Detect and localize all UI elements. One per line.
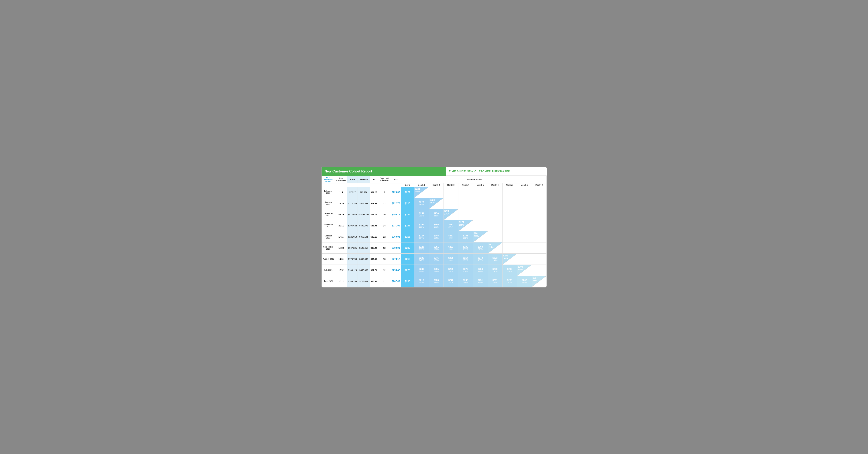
table-row: September 20211,738$167,225$526,457$96.2… xyxy=(321,242,547,253)
td-cohort-month7 xyxy=(502,209,517,220)
td-spend: $175,758 xyxy=(347,253,358,264)
th-ltv: LTV xyxy=(391,176,401,183)
td-cac: $87.71 xyxy=(370,264,378,276)
th-month1: Month 1 xyxy=(414,183,429,187)
th-month4: Month 4 xyxy=(458,183,473,187)
td-cohort-month7: $293 234% xyxy=(502,264,517,276)
td-cohort-month9 xyxy=(532,209,547,220)
table-row: October 20211,415$121,913$369,191$86.161… xyxy=(321,231,547,242)
td-cohort-month3: $240 251% xyxy=(443,276,458,287)
th-day0: Day 0 xyxy=(401,183,414,187)
td-cohort-month7: $265 287% xyxy=(502,276,517,287)
td-cac: $68.31 xyxy=(370,276,378,287)
td-cohort-month2: $246 160% xyxy=(429,253,443,264)
td-day0: $218 xyxy=(401,253,414,264)
td-cohort-month1: $223 131% xyxy=(414,242,429,253)
td-day0: $236 xyxy=(401,209,414,220)
td-new-customers: 1,415 xyxy=(335,231,347,242)
th-month5: Month 5 xyxy=(473,183,488,187)
td-cohort-month7 xyxy=(502,220,517,231)
td-cohort-month2: $256 236% xyxy=(429,209,443,220)
td-cohort-month2: $251 161% xyxy=(429,242,443,253)
td-cohort-month5: $270 185% xyxy=(473,253,488,264)
table-row: January 20221,416$112,748$315,349$79.621… xyxy=(321,198,547,209)
td-cohort-month5: $303 215% xyxy=(473,242,488,253)
report-container: New Customer Cohort Report TIME SINCE NE… xyxy=(321,167,547,288)
th-month8: Month 8 xyxy=(517,183,532,187)
td-cohort-month6 xyxy=(488,198,502,209)
td-day0: $223 xyxy=(401,264,414,276)
td-first-purchase-month: September 2021 xyxy=(321,242,335,253)
td-cohort-month1: $235 147% xyxy=(414,253,429,264)
td-cohort-month3: $257 198% xyxy=(443,231,458,242)
td-revenue: $455,389 xyxy=(358,264,370,276)
report-title: New Customer Cohort Report xyxy=(321,167,446,176)
td-new-customers: 1,416 xyxy=(335,198,347,209)
td-days-breakeven: 0 xyxy=(378,187,391,198)
td-cohort-month4 xyxy=(458,209,473,220)
td-cohort-month4: $245 259% xyxy=(458,276,473,287)
td-spend: $417,030 xyxy=(347,209,358,220)
td-cohort-month4: $261 203% xyxy=(458,231,473,242)
td-cohort-month7 xyxy=(502,198,517,209)
td-cac: $86.16 xyxy=(370,231,378,242)
td-cohort-month9 xyxy=(532,231,547,242)
td-cohort-month3: $255 169% xyxy=(443,253,458,264)
th-month3: Month 3 xyxy=(443,183,458,187)
td-new-customers: 1,851 xyxy=(335,253,347,264)
cohort-subheader-row: Day 0 Month 1 Month 2 Month 3 Month 4 Mo… xyxy=(321,183,547,187)
td-cac: $79.62 xyxy=(370,198,378,209)
td-cohort-month4: $272 210% xyxy=(458,264,473,276)
td-cohort-month8 xyxy=(517,220,532,231)
td-cohort-month6 xyxy=(488,209,502,220)
th-month9: Month 9 xyxy=(532,183,547,187)
td-cohort-month1: $251 230% xyxy=(414,209,429,220)
td-ltv: $271.09 xyxy=(391,220,401,231)
td-cohort-month1: $227 164% xyxy=(414,231,429,242)
td-new-customers: 5,479 xyxy=(335,209,347,220)
td-ltv: $260.91 xyxy=(391,231,401,242)
td-first-purchase-month: February 2022 xyxy=(321,187,335,198)
td-ltv: $256.11 xyxy=(391,209,401,220)
td-ltv: $220.86 xyxy=(391,187,401,198)
td-new-customers: 114 xyxy=(335,187,347,198)
td-cohort-month6 xyxy=(488,231,502,242)
td-spend: $167,225 xyxy=(347,242,358,253)
th-new-customers: New Customers xyxy=(335,176,347,183)
td-revenue: $1,403,207 xyxy=(358,209,370,220)
td-cohort-month2: $228 233% xyxy=(429,276,443,287)
td-cohort-month2 xyxy=(429,187,443,198)
td-cohort-month2: $266 199% xyxy=(429,220,443,231)
th-month7: Month 7 xyxy=(502,183,517,187)
td-ltv: $267.48 xyxy=(391,276,401,287)
td-cohort-month9 xyxy=(532,264,547,276)
td-spend: $196,622 xyxy=(347,220,358,231)
td-first-purchase-month: July 2021 xyxy=(321,264,335,276)
td-cohort-month8 xyxy=(517,198,532,209)
td-cohort-month3: $282 193% xyxy=(443,242,458,253)
th-spend: Spend xyxy=(347,176,358,183)
td-cohort-month3: $256 236% xyxy=(443,209,458,220)
td-first-purchase-month: January 2022 xyxy=(321,198,335,209)
td-cohort-month3: $271 205% xyxy=(443,220,458,231)
td-cohort-month8 xyxy=(517,253,532,264)
td-cohort-month6: $273 188% xyxy=(488,253,502,264)
td-days-breakeven: 12 xyxy=(378,231,391,242)
th-first-purchase: First Purchase Month xyxy=(321,176,335,183)
td-cohort-month1: $223 180% xyxy=(414,198,429,209)
td-day0: $235 xyxy=(401,220,414,231)
td-spend: $7,327 xyxy=(347,187,358,198)
time-header: TIME SINCE NEW CUSTOMER PURCHASED xyxy=(446,167,547,176)
td-revenue: $315,349 xyxy=(358,198,370,209)
td-cohort-month5: $261 203% xyxy=(473,231,488,242)
td-cohort-month6: $290 231% xyxy=(488,264,502,276)
td-first-purchase-month: August 2021 xyxy=(321,253,335,264)
table-row: August 20211,851$175,758$505,638$94.9513… xyxy=(321,253,547,264)
td-revenue: $725,407 xyxy=(358,276,370,287)
td-cohort-month9 xyxy=(532,198,547,209)
td-revenue: $526,457 xyxy=(358,242,370,253)
td-cohort-month9 xyxy=(532,253,547,264)
td-day0: $206 xyxy=(401,276,414,287)
td-cohort-month7 xyxy=(502,231,517,242)
td-cohort-month4: $264 179% xyxy=(458,253,473,264)
